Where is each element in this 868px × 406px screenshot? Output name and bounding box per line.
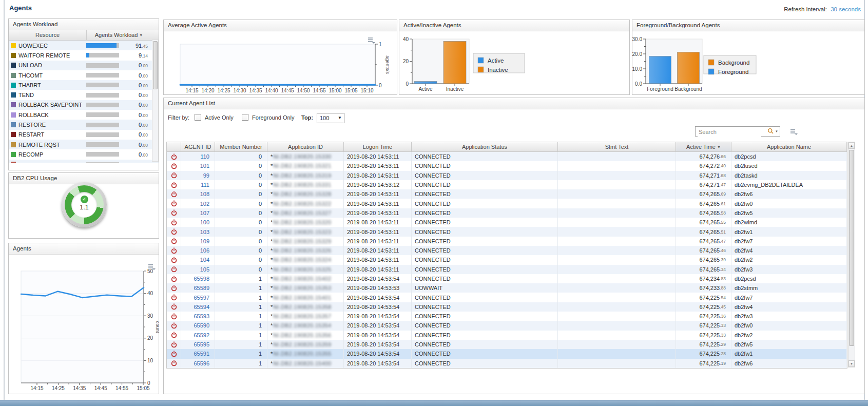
power-icon[interactable] <box>171 313 177 320</box>
power-icon[interactable] <box>171 163 177 169</box>
power-icon[interactable] <box>171 257 177 263</box>
power-icon[interactable] <box>171 247 177 254</box>
agent-row[interactable]: 1050*NI.DB2.190820.153252019-08-20 14:53… <box>167 265 847 274</box>
agent-row[interactable]: 655941*NI.DB2.190820.153582019-08-20 14:… <box>167 302 847 312</box>
agent-id-link[interactable]: 65595 <box>194 341 209 347</box>
workload-row[interactable]: RESTORE0.00 <box>9 120 159 129</box>
column-header-agent-id[interactable]: AGENT ID <box>181 142 215 151</box>
power-icon[interactable] <box>171 351 177 357</box>
agent-id-link[interactable]: 101 <box>200 163 209 169</box>
agent-id-link[interactable]: 100 <box>200 219 209 225</box>
agent-table-scrollbar-thumb[interactable] <box>849 150 854 346</box>
search-options-caret-icon[interactable]: ▼ <box>775 130 778 133</box>
workload-row[interactable]: ROLLBACK0.00 <box>9 110 159 120</box>
column-header-member-number[interactable]: Member Number <box>215 142 267 151</box>
agent-id-link[interactable]: 65589 <box>194 285 209 291</box>
power-icon[interactable] <box>171 266 177 273</box>
workload-row[interactable]: REMOTE RQST0.00 <box>9 140 159 149</box>
agent-id-link[interactable]: 107 <box>200 210 209 216</box>
foreground-only-checkbox[interactable] <box>242 114 248 121</box>
power-icon[interactable] <box>171 182 177 188</box>
agent-table-scrollbar[interactable]: ▲ ▼ <box>848 142 855 368</box>
column-resource[interactable]: Resource <box>9 30 87 40</box>
agent-id-link[interactable]: 104 <box>200 257 209 263</box>
agent-row[interactable]: 655961*NI.DB2.190820.154002019-08-20 14:… <box>167 359 847 368</box>
power-icon[interactable] <box>171 172 177 179</box>
workload-row[interactable]: RESTART0.00 <box>9 130 159 140</box>
workload-row[interactable]: THABRT0.00 <box>9 80 159 90</box>
agent-row[interactable]: 1080*NI.DB2.190820.153282019-08-20 14:53… <box>167 189 847 199</box>
agent-row[interactable]: 655971*NI.DB2.190820.154012019-08-20 14:… <box>167 293 847 302</box>
power-icon[interactable] <box>171 228 177 235</box>
agent-row[interactable]: 1000*NI.DB2.190820.153202019-08-20 14:53… <box>167 218 847 227</box>
agent-row[interactable]: 655891*NI.DB2.190820.153532019-08-20 14:… <box>167 283 847 293</box>
agent-row[interactable]: 655951*NI.DB2.190820.153592019-08-20 14:… <box>167 340 847 349</box>
agent-row[interactable]: 655921*NI.DB2.190820.153562019-08-20 14:… <box>167 331 847 340</box>
workload-row[interactable] <box>9 160 159 163</box>
scroll-up-button[interactable]: ▲ <box>848 142 855 149</box>
workload-row[interactable]: RECOMP0.00 <box>9 149 159 159</box>
power-icon[interactable] <box>171 294 177 301</box>
column-header-stmt-text[interactable]: Stmt Text <box>558 142 676 151</box>
agent-row[interactable]: 1110*NI.DB2.190820.153312019-08-20 14:53… <box>167 180 847 189</box>
power-icon[interactable] <box>171 285 177 292</box>
agent-row[interactable]: 1100*NI.DB2.190820.153302019-08-20 14:53… <box>167 152 847 161</box>
agent-id-link[interactable]: 109 <box>200 238 209 244</box>
column-agents-workload[interactable]: Agents Workload▼ <box>87 30 151 40</box>
agent-id-link[interactable]: 111 <box>201 182 209 188</box>
agent-row[interactable]: 1040*NI.DB2.190820.153242019-08-20 14:53… <box>167 255 847 264</box>
column-header-application-name[interactable]: Application Name <box>731 142 847 151</box>
agent-id-link[interactable]: 65590 <box>194 322 209 328</box>
power-icon[interactable] <box>171 191 177 198</box>
agent-id-link[interactable]: 99 <box>203 172 209 179</box>
agent-id-link[interactable]: 110 <box>200 153 209 160</box>
power-icon[interactable] <box>171 209 177 216</box>
power-icon[interactable] <box>171 341 177 348</box>
search-input[interactable] <box>698 127 761 137</box>
workload-row[interactable]: UOWEXEC91.45 <box>9 41 159 50</box>
power-icon[interactable] <box>171 238 177 244</box>
power-icon[interactable] <box>171 360 177 366</box>
workload-row[interactable]: THCOMT0.00 <box>9 70 159 80</box>
agent-id-link[interactable]: 65591 <box>194 351 209 357</box>
agent-id-link[interactable]: 106 <box>200 247 209 254</box>
top-select[interactable]: 100 ▼ <box>317 113 344 123</box>
column-header-active-time[interactable]: Active Time▼ <box>676 142 731 151</box>
workload-row[interactable]: TEND0.00 <box>9 90 159 100</box>
agent-row[interactable]: 1060*NI.DB2.190820.153262019-08-20 14:53… <box>167 246 847 255</box>
agent-id-link[interactable]: 65598 <box>194 276 209 282</box>
agent-id-link[interactable]: 65592 <box>194 332 209 338</box>
agent-id-link[interactable]: 108 <box>200 191 209 197</box>
agent-row[interactable]: 1030*NI.DB2.190820.153232019-08-20 14:53… <box>167 227 847 236</box>
workload-scrollbar[interactable] <box>152 40 159 162</box>
agent-row[interactable]: 655901*NI.DB2.190820.153542019-08-20 14:… <box>167 321 847 330</box>
power-icon[interactable] <box>171 332 177 338</box>
power-icon[interactable] <box>171 219 177 226</box>
table-options-icon[interactable] <box>789 128 798 135</box>
power-icon[interactable] <box>171 276 177 282</box>
search-icon[interactable] <box>767 128 774 134</box>
agent-id-link[interactable]: 65594 <box>194 304 209 310</box>
agent-row[interactable]: 1020*NI.DB2.190820.153222019-08-20 14:53… <box>167 199 847 208</box>
refresh-value-link[interactable]: 30 seconds <box>831 6 861 12</box>
agent-row[interactable]: 1090*NI.DB2.190820.153292019-08-20 14:53… <box>167 237 847 246</box>
workload-row[interactable]: ROLLBACK SAVEPOINT0.00 <box>9 100 159 110</box>
workload-row[interactable]: UNLOAD0.00 <box>9 61 159 70</box>
power-icon[interactable] <box>171 303 177 310</box>
scroll-down-button[interactable]: ▼ <box>848 360 855 367</box>
column-header-actions[interactable] <box>167 142 181 151</box>
agent-row[interactable]: 655931*NI.DB2.190820.153572019-08-20 14:… <box>167 312 847 321</box>
agent-row[interactable]: 655911*NI.DB2.190820.153552019-08-20 14:… <box>167 349 847 358</box>
agent-row[interactable]: 1010*NI.DB2.190820.153212019-08-20 14:53… <box>167 161 847 170</box>
workload-row[interactable]: WAITFOR REMOTE9.14 <box>9 50 159 60</box>
column-header-application-id[interactable]: Application ID <box>267 142 344 151</box>
power-icon[interactable] <box>171 153 177 160</box>
agent-id-link[interactable]: 65597 <box>194 295 209 301</box>
column-header-logon-time[interactable]: Logon Time <box>344 142 412 151</box>
column-header-application-status[interactable]: Application Status <box>412 142 558 151</box>
agent-id-link[interactable]: 105 <box>200 266 209 273</box>
agent-row[interactable]: 1070*NI.DB2.190820.153272019-08-20 14:53… <box>167 208 847 218</box>
agent-id-link[interactable]: 102 <box>200 201 209 207</box>
active-only-checkbox[interactable] <box>195 114 201 121</box>
agent-id-link[interactable]: 65593 <box>194 313 209 319</box>
